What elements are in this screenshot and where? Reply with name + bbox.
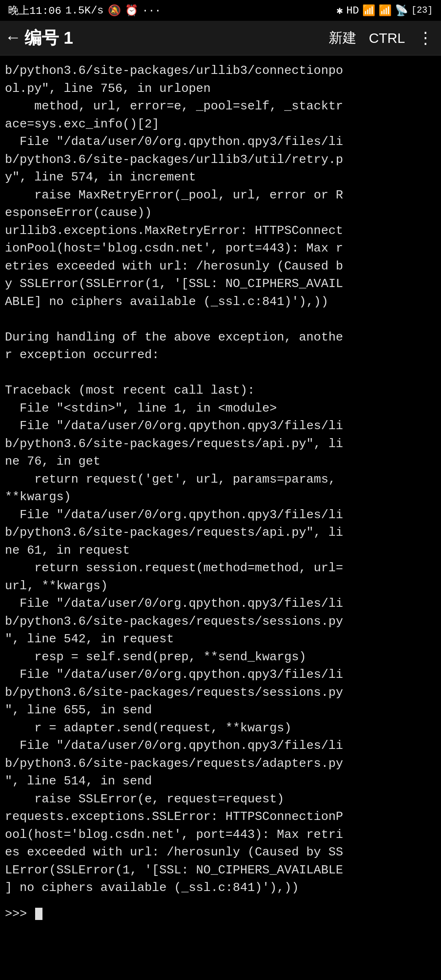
signal-icon-1: 📶	[362, 4, 375, 17]
toolbar-actions: 新建 CTRL ⋮	[329, 28, 433, 48]
prompt-symbol: >>>	[5, 907, 27, 921]
terminal-output[interactable]: b/python3.6/site-packages/urllib3/connec…	[0, 56, 441, 904]
status-left: 晚上11:06 1.5K/s 🔕 ⏰ ···	[8, 3, 161, 18]
prompt-line[interactable]: >>>	[0, 904, 441, 924]
prompt-space	[27, 907, 34, 921]
toolbar-title: 编号 1	[24, 27, 329, 49]
signal-icon-2: 📶	[379, 4, 392, 17]
status-right: ✱ HD 📶 📶 📡 [23]	[336, 4, 433, 17]
hd-label: HD	[346, 4, 359, 17]
toolbar: ← 编号 1 新建 CTRL ⋮	[0, 21, 441, 56]
back-button[interactable]: ←	[8, 29, 18, 47]
ctrl-button[interactable]: CTRL	[369, 30, 405, 46]
menu-button[interactable]: ⋮	[417, 28, 433, 48]
cursor	[35, 908, 42, 920]
alarm-icon: ⏰	[125, 4, 138, 17]
status-speed: 1.5K/s	[65, 4, 104, 17]
status-time: 晚上11:06	[8, 3, 61, 18]
wifi-icon: 📡	[395, 4, 408, 17]
mute-icon: 🔕	[108, 4, 121, 17]
new-button[interactable]: 新建	[329, 29, 356, 47]
bluetooth-icon: ✱	[336, 4, 343, 17]
status-more: ···	[142, 4, 161, 17]
battery-indicator: [23]	[411, 5, 433, 16]
status-bar: 晚上11:06 1.5K/s 🔕 ⏰ ··· ✱ HD 📶 📶 📡 [23]	[0, 0, 441, 21]
